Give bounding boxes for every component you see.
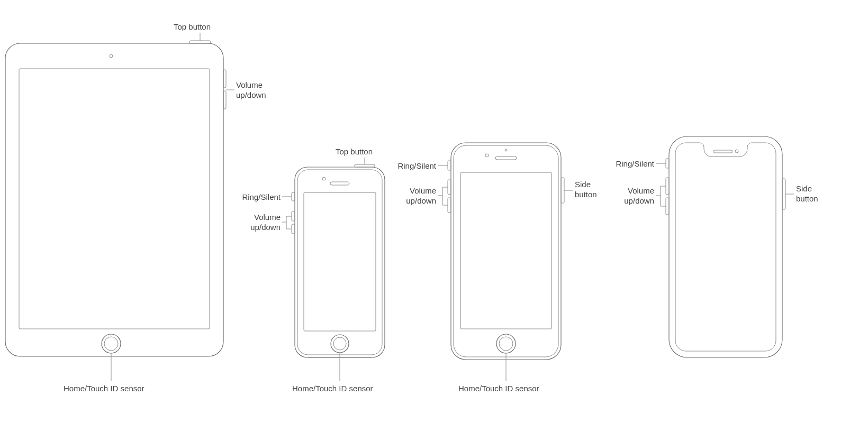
iphone-se-home-label: Home/Touch ID sensor — [292, 384, 373, 394]
svg-rect-27 — [454, 145, 558, 357]
svg-point-29 — [485, 154, 489, 157]
svg-rect-20 — [292, 212, 295, 221]
iphone-8-volume-label: Volume up/down — [402, 186, 436, 206]
iphone-se-top-button-label: Top button — [336, 147, 373, 157]
svg-rect-21 — [292, 224, 295, 234]
iphone-x-side-button-label: Side button — [796, 184, 818, 204]
ipad-outline — [5, 33, 234, 381]
iphone-x-outline — [656, 136, 794, 357]
svg-rect-31 — [495, 157, 517, 160]
svg-point-30 — [505, 149, 507, 151]
svg-rect-44 — [666, 159, 669, 168]
svg-rect-15 — [330, 182, 349, 185]
svg-rect-0 — [5, 43, 223, 356]
svg-rect-36 — [448, 198, 451, 213]
svg-rect-12 — [297, 170, 382, 355]
svg-point-4 — [104, 337, 118, 351]
svg-point-14 — [322, 177, 326, 180]
svg-rect-46 — [666, 198, 669, 215]
svg-rect-35 — [448, 180, 451, 195]
svg-rect-5 — [189, 41, 211, 43]
svg-rect-13 — [304, 192, 376, 331]
iphone-8-outline — [438, 143, 573, 381]
svg-rect-18 — [355, 164, 375, 167]
svg-rect-19 — [292, 192, 295, 201]
svg-rect-37 — [561, 178, 564, 203]
svg-point-33 — [499, 337, 513, 351]
svg-rect-34 — [448, 161, 451, 170]
iphone-x-ring-silent-label: Ring/Silent — [613, 159, 654, 169]
iphone-se-volume-label: Volume up/down — [247, 213, 281, 233]
ipad-top-button-label: Top button — [174, 22, 211, 32]
iphone-8-ring-silent-label: Ring/Silent — [395, 161, 436, 171]
svg-point-17 — [333, 337, 346, 350]
svg-rect-6 — [223, 70, 226, 88]
device-button-diagram: Top button Volume up/down Home/Touch ID … — [0, 0, 868, 423]
svg-point-43 — [735, 150, 738, 153]
svg-rect-26 — [451, 143, 561, 360]
svg-rect-42 — [713, 150, 733, 153]
iphone-x-volume-label: Volume up/down — [620, 186, 654, 206]
svg-rect-41 — [669, 136, 782, 357]
ipad-home-label: Home/Touch ID sensor — [64, 384, 144, 394]
devices-svg — [0, 0, 868, 423]
svg-rect-47 — [782, 179, 785, 209]
iphone-se-ring-silent-label: Ring/Silent — [239, 192, 281, 203]
svg-rect-28 — [460, 172, 551, 329]
svg-rect-7 — [223, 91, 226, 109]
iphone-se-outline — [282, 158, 385, 381]
iphone-8-side-button-label: Side button — [575, 180, 597, 200]
svg-rect-45 — [666, 178, 669, 195]
iphone-8-home-label: Home/Touch ID sensor — [458, 384, 539, 394]
ipad-volume-label: Volume up/down — [236, 80, 266, 100]
svg-point-2 — [110, 54, 113, 58]
svg-rect-1 — [19, 69, 210, 329]
svg-rect-11 — [295, 167, 385, 357]
